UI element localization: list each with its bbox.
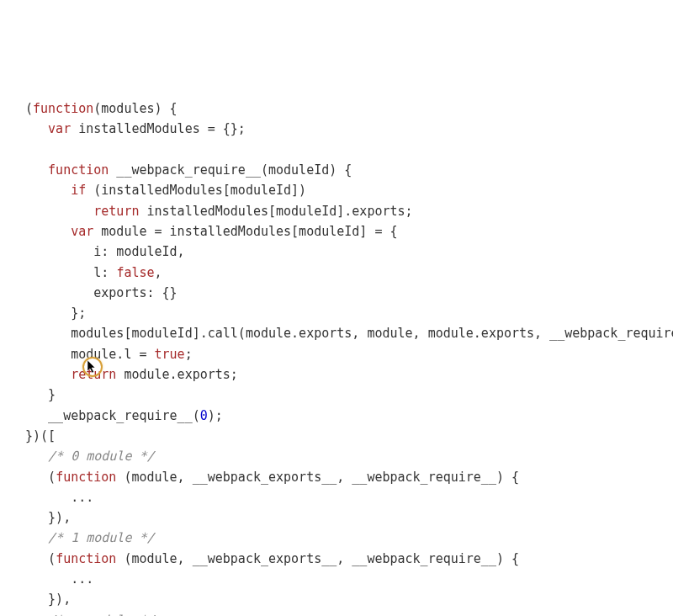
code-token-punct: (module, __webpack_exports__, __webpack_… (116, 551, 519, 566)
code-token-punct: module.exports; (116, 367, 238, 382)
code-token-punct (25, 224, 71, 239)
code-token-punct: installedModules = {}; (71, 121, 246, 136)
code-token-punct: } (25, 387, 56, 402)
code-token-punct (25, 449, 48, 464)
code-token-comment: /* 1 module */ (48, 530, 154, 545)
code-token-punct (25, 121, 48, 136)
code-token-kw: var (48, 121, 71, 136)
code-token-punct: modules[moduleId].call(module.exports, m… (25, 326, 673, 341)
code-token-punct: __webpack_require__(moduleId) { (109, 162, 352, 178)
code-token-punct: , (155, 265, 162, 280)
code-token-kw: return (71, 367, 116, 382)
code-token-punct: ... (25, 490, 93, 505)
code-token-punct: ( (25, 101, 33, 116)
code-token-punct: __webpack_require__( (25, 408, 200, 423)
code-token-punct: }; (25, 305, 86, 321)
code-token-punct: ( (25, 551, 56, 566)
code-token-comment: /* n module */ (48, 613, 154, 616)
code-token-num: 0 (200, 408, 208, 423)
code-token-kw: return (93, 204, 139, 219)
code-token-punct (25, 162, 48, 178)
code-token-kw: var (71, 224, 93, 239)
code-token-kw: function (56, 551, 116, 566)
code-token-punct: ( (25, 470, 56, 485)
code-token-punct: exports: {} (25, 285, 178, 300)
code-token-punct: i: moduleId, (25, 244, 185, 259)
code-token-punct: }), (25, 592, 71, 607)
code-token-comment: /* 0 module */ (48, 449, 154, 464)
code-token-punct: ; (185, 347, 193, 362)
code-token-punct: ... (25, 571, 93, 587)
code-token-punct: installedModules[moduleId].exports; (139, 204, 412, 219)
code-token-kw: if (71, 183, 86, 198)
code-token-kw: function (48, 162, 109, 178)
code-token-punct (25, 204, 93, 219)
code-token-punct (25, 367, 71, 382)
code-token-punct: module = installedModules[moduleId] = { (93, 224, 397, 239)
code-block: (function(modules) { var installedModule… (25, 98, 648, 616)
code-token-punct: ); (208, 408, 223, 423)
code-token-punct: l: (25, 265, 116, 280)
code-token-punct: })([ (25, 428, 56, 443)
code-token-punct: (module, __webpack_exports__, __webpack_… (116, 470, 519, 485)
code-token-punct: (installedModules[moduleId]) (86, 183, 306, 198)
code-token-punct: (modules) { (93, 101, 177, 116)
code-token-kw: function (33, 101, 93, 116)
code-token-kw: true (155, 347, 185, 362)
code-token-punct: module.l = (25, 347, 155, 362)
code-token-kw: false (116, 265, 154, 280)
code-token-punct: }), (25, 510, 71, 525)
code-token-punct (25, 613, 48, 616)
code-token-kw: function (56, 470, 116, 485)
code-token-punct (25, 530, 48, 545)
code-token-punct (25, 183, 71, 198)
